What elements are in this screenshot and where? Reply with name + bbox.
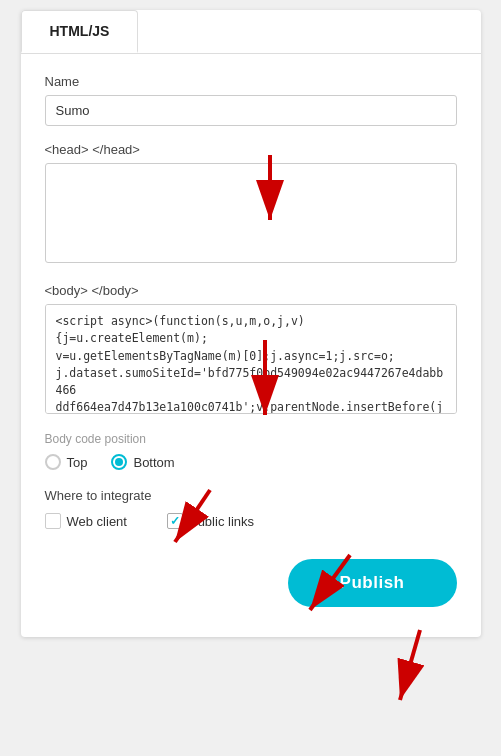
publish-button-wrap: Publish: [45, 559, 457, 607]
radio-option-top[interactable]: Top: [45, 454, 88, 470]
svg-line-5: [400, 630, 420, 700]
name-label: Name: [45, 74, 457, 89]
checkbox-public-links-box[interactable]: [167, 513, 183, 529]
body-position-radio-group: Top Bottom: [45, 454, 457, 470]
tab-bar: HTML/JS: [21, 10, 481, 54]
name-input[interactable]: [45, 95, 457, 126]
checkbox-public-links-label: Public links: [189, 514, 254, 529]
publish-button[interactable]: Publish: [288, 559, 457, 607]
radio-top-circle[interactable]: [45, 454, 61, 470]
body-position-label: Body code position: [45, 432, 457, 446]
checkbox-web-client-box[interactable]: [45, 513, 61, 529]
head-code-input[interactable]: [45, 163, 457, 263]
checkbox-web-client-label: Web client: [67, 514, 127, 529]
head-label: <head> </head>: [45, 142, 457, 157]
body-code-input[interactable]: <script async>(function(s,u,m,o,j,v){j=u…: [45, 304, 457, 414]
integrate-label: Where to integrate: [45, 488, 457, 503]
radio-top-label: Top: [67, 455, 88, 470]
checkbox-public-links[interactable]: Public links: [167, 513, 254, 529]
radio-option-bottom[interactable]: Bottom: [111, 454, 174, 470]
integrate-checkbox-group: Web client Public links: [45, 513, 457, 529]
checkbox-web-client[interactable]: Web client: [45, 513, 127, 529]
radio-bottom-label: Bottom: [133, 455, 174, 470]
radio-bottom-circle[interactable]: [111, 454, 127, 470]
tab-html-js[interactable]: HTML/JS: [21, 10, 139, 53]
body-label: <body> </body>: [45, 283, 457, 298]
